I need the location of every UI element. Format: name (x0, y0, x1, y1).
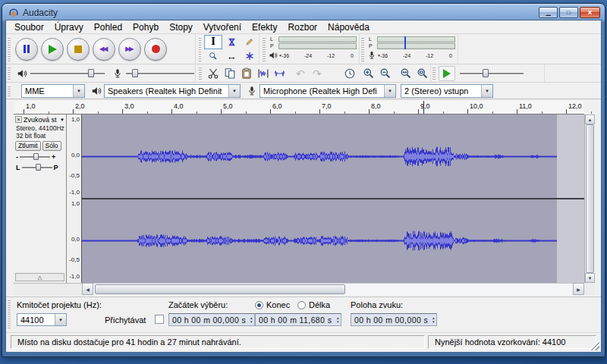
scroll-left-button[interactable]: ◀ (82, 283, 93, 295)
zoom-in-button[interactable] (360, 65, 376, 82)
spinner[interactable]: ▴▾ (337, 316, 339, 324)
selection-toolbar-grip[interactable] (8, 300, 11, 328)
ibeam-icon: I (211, 36, 215, 47)
recording-meter[interactable]: L P ▼ -36 -24 -12 0 (367, 36, 458, 63)
cut-button[interactable] (206, 65, 222, 82)
project-rate-select[interactable]: 44100 ▼ (17, 313, 67, 326)
playback-meter[interactable]: L P ▼ -36 -24 -12 0 (269, 36, 359, 63)
menu-item-generate[interactable]: Vytvoření (198, 21, 247, 33)
fit-project-button[interactable] (414, 65, 430, 82)
minimize-icon: ▁ (546, 10, 550, 16)
scroll-right-button[interactable]: ▶ (573, 283, 584, 295)
recording-meter-grip[interactable] (361, 36, 364, 61)
waveform-display[interactable] (82, 115, 584, 283)
playback-volume-slider[interactable] (30, 68, 105, 79)
mute-button[interactable]: Ztlumit (15, 141, 41, 151)
zoom-tool-button[interactable] (204, 49, 222, 64)
minimize-button[interactable]: ▁ (539, 7, 558, 18)
track-collapse-button[interactable]: △ (15, 273, 64, 281)
pan-slider[interactable] (22, 163, 52, 172)
device-toolbar-grip[interactable] (8, 85, 11, 96)
menu-item-transport[interactable]: Pohyb (127, 21, 164, 33)
track-menu-button[interactable]: ▼ (60, 118, 64, 122)
selection-end-field[interactable]: 00 h 00 m 11,680 s ▴▾ (255, 313, 341, 326)
slider-thumb[interactable] (33, 153, 39, 160)
redo-button[interactable]: ↷ (309, 65, 325, 82)
sync-lock-button[interactable] (341, 65, 357, 82)
waveform-area[interactable] (82, 115, 584, 283)
maximize-button[interactable]: □ (559, 7, 578, 18)
solo-button[interactable]: Sólo (42, 141, 61, 151)
timeshift-tool-button[interactable]: ↔ (222, 49, 241, 64)
edit-toolbar-grip[interactable] (199, 67, 202, 80)
recording-volume-slider[interactable] (126, 68, 194, 79)
spinner[interactable]: ▴▾ (250, 316, 253, 324)
track-close-button[interactable]: × (15, 116, 22, 123)
menu-item-tracks[interactable]: Stopy (164, 21, 198, 33)
gain-slider[interactable] (20, 152, 50, 162)
scroll-up-button[interactable]: ▲ (585, 115, 595, 124)
stop-button[interactable] (67, 38, 90, 61)
h-scrollbar-thumb[interactable] (95, 284, 345, 294)
multi-tool-button[interactable]: ∗ (241, 49, 259, 64)
trim-button[interactable] (255, 65, 271, 82)
slider-thumb[interactable] (132, 69, 138, 77)
timeline-label: 10,0 (470, 102, 483, 110)
zoom-out-button[interactable] (377, 65, 393, 82)
spinner[interactable]: ▴▾ (432, 316, 435, 324)
recording-channels-select[interactable]: 2 (Stereo) vstupn ▼ (401, 84, 493, 98)
clock-icon (344, 67, 356, 80)
h-scrollbar-track[interactable] (93, 283, 573, 295)
meter-right-label: P (369, 43, 373, 49)
playback-meter-grip[interactable] (263, 36, 266, 61)
transport-toolbar-grip[interactable] (8, 36, 11, 61)
play-at-speed-grip[interactable] (432, 67, 436, 80)
play-at-speed-button[interactable] (439, 66, 455, 81)
menu-item-analyze[interactable]: Rozbor (282, 21, 322, 33)
desktop: { "window": { "title": "Audacity" }, "ic… (0, 0, 607, 364)
selection-end-radio[interactable] (255, 301, 263, 309)
selection-length-radio[interactable] (297, 301, 306, 309)
undo-button[interactable]: ↶ (292, 65, 308, 82)
timeline-ruler[interactable]: 1,02,03,04,05,06,07,08,09,010,011,012,0 (14, 101, 584, 115)
slider-thumb[interactable] (36, 164, 41, 171)
copy-button[interactable] (222, 65, 238, 82)
pause-button[interactable] (15, 38, 38, 61)
fit-selection-button[interactable] (398, 65, 414, 82)
tools-toolbar-grip[interactable] (199, 36, 201, 61)
selection-tool-button[interactable]: I (204, 35, 222, 49)
menu-item-file[interactable]: Soubor (9, 21, 49, 33)
menu-item-view[interactable]: Pohled (89, 21, 127, 33)
audio-position-field[interactable]: 00 h 00 m 00,000 s ▴▾ (351, 313, 437, 326)
paste-button[interactable] (239, 65, 255, 82)
envelope-tool-button[interactable]: ⋈ (222, 35, 241, 49)
skip-to-end-button[interactable]: ▶▶ (118, 38, 141, 61)
record-button[interactable] (144, 38, 167, 61)
recording-channels-value: 2 (Stereo) vstupn (404, 86, 468, 96)
slider-thumb[interactable] (483, 69, 489, 77)
mixer-toolbar-grip[interactable] (8, 67, 11, 80)
timeline-label: 6,0 (272, 102, 282, 110)
menu-item-effect[interactable]: Efekty (247, 21, 282, 33)
menu-item-help[interactable]: Nápověda (322, 21, 375, 33)
playback-speed-slider[interactable] (460, 68, 524, 79)
horizontal-scrollbar[interactable]: ◀ ▶ (14, 283, 595, 295)
draw-tool-button[interactable] (241, 35, 259, 49)
host-select[interactable]: MME ▼ (21, 84, 85, 98)
play-button[interactable] (41, 38, 64, 61)
menu-item-edit[interactable]: Úpravy (49, 21, 89, 33)
slider-thumb[interactable] (88, 69, 94, 77)
recording-device-select[interactable]: Microphone (Realtek High Defi ▼ (259, 84, 396, 98)
trim-icon (257, 67, 269, 80)
title-bar[interactable]: Audacity ▁ □ × (5, 4, 602, 20)
vertical-scrollbar[interactable]: ▲ ▼ (584, 115, 595, 283)
scroll-down-button[interactable]: ▼ (585, 273, 595, 283)
skip-to-start-button[interactable]: ◀◀ (93, 38, 115, 61)
snap-checkbox[interactable] (155, 315, 164, 324)
v-scrollbar-thumb[interactable] (586, 124, 594, 273)
scrollbar-corner (584, 283, 595, 295)
close-button[interactable]: × (580, 7, 600, 18)
selection-start-field[interactable]: 00 h 00 m 00,000 s ▴▾ (168, 313, 255, 326)
silence-button[interactable] (272, 65, 288, 82)
playback-device-select[interactable]: Speakers (Realtek High Definit ▼ (104, 84, 241, 98)
